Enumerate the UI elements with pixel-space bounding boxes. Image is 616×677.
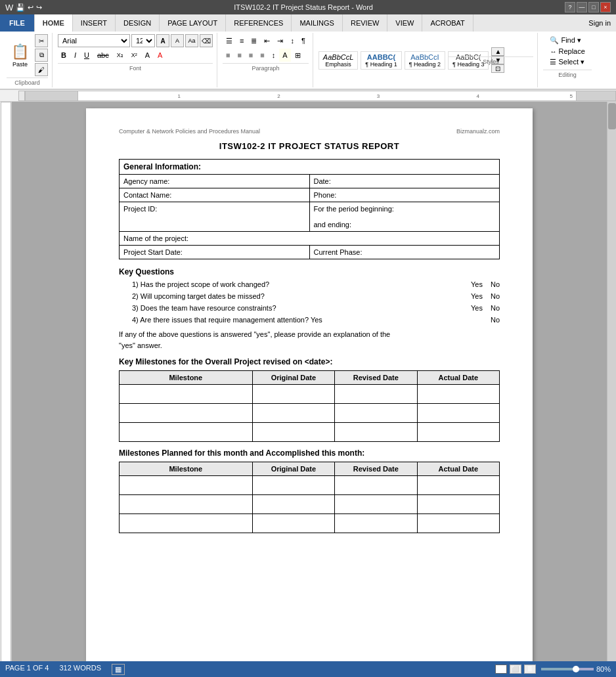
col-original-date-1: Original Date — [252, 371, 334, 385]
ribbon-tabs: FILE HOME INSERT DESIGN PAGE LAYOUT REFE… — [0, 14, 616, 32]
numbering-button[interactable]: ≡ — [236, 34, 247, 47]
agency-name-label: Agency name: — [120, 175, 310, 188]
cut-button[interactable]: ✂ — [35, 34, 48, 47]
para-row-1: ☰ ≡ ≣ ⇤ ⇥ ↕ ¶ — [223, 34, 309, 47]
zoom-thumb[interactable] — [573, 666, 579, 672]
m2-row1-original — [252, 476, 334, 495]
select-button[interactable]: ☰ Select ▾ — [547, 57, 587, 67]
minimize-btn[interactable]: — — [577, 2, 587, 12]
tab-review[interactable]: REVIEW — [343, 14, 387, 32]
bold-button[interactable]: B — [58, 49, 70, 62]
title-bar-title: ITSW102-2 IT Project Status Report - Wor… — [42, 3, 565, 11]
bullets-button[interactable]: ☰ — [223, 34, 236, 47]
change-case-button[interactable]: Aa — [185, 34, 198, 47]
font-name-select[interactable]: Arial — [58, 34, 130, 47]
subscript-button[interactable]: X₂ — [114, 49, 127, 62]
italic-button[interactable]: I — [71, 49, 79, 62]
align-center-button[interactable]: ≡ — [234, 49, 244, 62]
document-scroll-area[interactable]: Computer & Network Policies and Procedur… — [12, 102, 607, 671]
increase-indent-button[interactable]: ⇥ — [274, 34, 286, 47]
grow-font-button[interactable]: A — [156, 34, 169, 47]
align-justify-button[interactable]: ≡ — [257, 49, 267, 62]
web-layout-view-button[interactable]: ≣ — [524, 665, 536, 674]
m1-row3-revised — [335, 423, 417, 442]
text-highlight-button[interactable]: A — [142, 49, 153, 62]
m1-row1-milestone — [120, 385, 253, 404]
ruler-mark-5: 5 — [570, 93, 573, 99]
tab-acrobat[interactable]: ACROBAT — [422, 14, 473, 32]
replace-button[interactable]: ↔ Replace — [547, 47, 587, 56]
quick-access-undo[interactable]: ↩ — [28, 3, 33, 12]
show-marks-button[interactable]: ¶ — [298, 34, 309, 47]
table-row — [120, 495, 500, 514]
tab-references[interactable]: REFERENCES — [226, 14, 292, 32]
font-controls: Arial 12 A A Aa ⌫ B I U abc X₂ X² A A — [58, 34, 213, 62]
superscript-button[interactable]: X² — [128, 49, 141, 62]
sign-in-link[interactable]: Sign in — [473, 14, 616, 32]
replace-icon: ↔ — [550, 48, 556, 55]
status-right: ≡ ⬜ ≣ 80% — [495, 665, 611, 674]
font-size-select[interactable]: 12 — [131, 34, 155, 47]
clear-format-button[interactable]: ⌫ — [200, 34, 213, 47]
m2-row3-revised — [335, 514, 417, 533]
table-row: Project Start Date: Current Phase: — [120, 246, 500, 259]
m2-row2-revised — [335, 495, 417, 514]
question-4-yesno: No — [491, 316, 500, 324]
tab-home[interactable]: HOME — [35, 14, 73, 32]
find-button[interactable]: 🔍 Find ▾ — [547, 35, 587, 45]
multilevel-button[interactable]: ≣ — [248, 34, 260, 47]
ruler-mark-3: 3 — [377, 93, 380, 99]
question-1-text: 1) Has the project scope of work changed… — [132, 280, 466, 288]
style-heading2[interactable]: AaBbCcI ¶ Heading 2 — [405, 51, 445, 70]
strikethrough-button[interactable]: abc — [94, 49, 112, 62]
quick-access-save[interactable]: 💾 — [16, 3, 25, 12]
tab-mailings[interactable]: MAILINGS — [292, 14, 343, 32]
question-1-yesno: Yes No — [471, 280, 500, 288]
tab-insert[interactable]: INSERT — [73, 14, 116, 32]
scrollbar[interactable] — [607, 102, 616, 671]
line-spacing-button[interactable]: ↕ — [269, 49, 279, 62]
help-btn[interactable]: ? — [565, 2, 575, 12]
table-row — [120, 385, 500, 404]
shading-button[interactable]: A — [279, 49, 290, 62]
read-mode-view-button[interactable]: ⬜ — [510, 665, 521, 674]
tab-page-layout[interactable]: PAGE LAYOUT — [160, 14, 226, 32]
close-btn[interactable]: × — [600, 2, 611, 12]
paste-button[interactable]: 📋 Paste — [7, 41, 33, 70]
styles-up-button[interactable]: ▲ — [491, 47, 504, 56]
font-row-1: Arial 12 A A Aa ⌫ — [58, 34, 213, 47]
underline-button[interactable]: U — [81, 49, 93, 62]
maximize-btn[interactable]: □ — [588, 2, 599, 12]
align-right-button[interactable]: ≡ — [246, 49, 256, 62]
tab-file[interactable]: FILE — [0, 14, 35, 32]
horizontal-ruler: 1 2 3 4 5 — [25, 91, 616, 101]
zoom-fill — [541, 668, 573, 670]
style-heading1[interactable]: AABBC( ¶ Heading 1 — [361, 51, 401, 70]
track-changes-icon[interactable]: ▦ — [112, 664, 125, 675]
paste-icon: 📋 — [11, 43, 29, 60]
copy-button[interactable]: ⧉ — [35, 49, 48, 62]
decrease-indent-button[interactable]: ⇤ — [261, 34, 273, 47]
print-layout-view-button[interactable]: ≡ — [495, 665, 507, 674]
sort-button[interactable]: ↕ — [287, 34, 297, 47]
tab-view[interactable]: VIEW — [387, 14, 422, 32]
style-emphasis[interactable]: AaBbCcL Emphasis — [319, 51, 358, 70]
font-color-button[interactable]: A — [154, 49, 165, 62]
align-left-button[interactable]: ≡ — [223, 49, 233, 62]
scrollbar-thumb[interactable] — [608, 103, 616, 129]
table-row: Milestone Original Date Revised Date Act… — [120, 462, 500, 476]
shrink-font-button[interactable]: A — [171, 34, 184, 47]
para-controls: ☰ ≡ ≣ ⇤ ⇥ ↕ ¶ ≡ ≡ ≡ ≡ ↕ A ⊞ — [223, 34, 309, 62]
styles-expand-button[interactable]: ⊡ — [491, 64, 504, 73]
quick-access-redo[interactable]: ↪ — [36, 3, 42, 12]
table-row — [120, 404, 500, 423]
tab-design[interactable]: DESIGN — [116, 14, 160, 32]
border-button[interactable]: ⊞ — [292, 49, 304, 62]
zoom-slider[interactable] — [541, 668, 594, 670]
q4-no: No — [491, 316, 500, 324]
editing-label: Editing — [543, 70, 591, 78]
format-painter-button[interactable]: 🖌 — [35, 63, 48, 76]
replace-label: Replace — [558, 47, 584, 55]
font-group: Arial 12 A A Aa ⌫ B I U abc X₂ X² A A — [54, 33, 217, 87]
word-count: 312 WORDS — [59, 664, 101, 675]
